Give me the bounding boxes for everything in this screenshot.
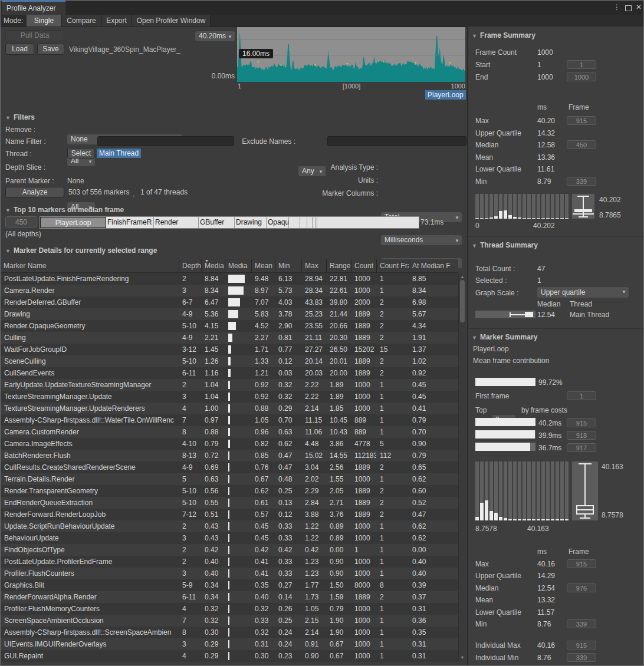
table-row[interactable]: Profiler.FlushCounters30.400.410.331.230… [1,568,458,579]
table-row[interactable]: CullResults.CreateSharedRendererScene4-9… [1,461,458,473]
scroll-down-icon[interactable]: ▼ [459,655,466,660]
column-header-mean[interactable]: Mean [251,259,275,272]
table-row[interactable]: UIEvents.IMGUIRenderOverlays30.290.310.2… [1,638,458,650]
selected-marker-chip[interactable]: PlayerLoop [425,90,466,100]
frame-number-chip[interactable]: 915 [567,116,596,125]
frame-number-chip[interactable]: 917 [567,443,596,452]
foldout-icon[interactable]: ▼ [472,243,477,249]
load-button[interactable]: Load [5,44,34,55]
table-row[interactable]: RenderForwardAlpha.Render6-110.340.400.1… [1,591,458,603]
table-row[interactable]: Camera.Render38.348.975.7328.3422.611000… [1,285,458,296]
top10-segment[interactable]: PlayerLoop [40,217,106,228]
thread-select-button[interactable]: Select [67,148,95,159]
scroll-up-icon[interactable]: ▲ [459,275,466,279]
marker-details-header[interactable]: ▼Marker Details for currently selected r… [5,246,157,255]
scrollbar-thumb[interactable] [460,280,465,322]
table-row[interactable]: Profiler.FlushMemoryCounters40.320.320.2… [1,603,458,615]
column-header-min[interactable]: Min [275,259,301,272]
top10-segment[interactable]: Opaqu [267,217,289,228]
top10-segment[interactable] [289,217,300,228]
table-row[interactable]: PostLateUpdate.ProfilerEndFrame20.400.41… [1,556,458,568]
foldout-icon[interactable]: ▼ [5,115,11,121]
frame-number-chip[interactable]: 915 [567,418,596,427]
foldout-icon[interactable]: ▼ [5,207,11,213]
table-row[interactable]: WaitForJobGroupID3-121.451.710.7727.2726… [1,344,458,355]
table-row[interactable]: Camera.CustomRender80.880.960.6311.0610.… [1,426,458,438]
foldout-icon[interactable]: ▼ [472,335,477,341]
table-scrollbar[interactable]: ▲ ▼ [458,273,466,661]
frame-number-chip[interactable]: 339 [567,177,596,186]
tab-compare[interactable]: Compare [62,15,101,27]
table-row[interactable]: Render.TransparentGeometry5-100.560.620.… [1,485,458,497]
table-row[interactable]: TextureStreamingManager.Update31.040.920… [1,391,458,403]
column-header-depth[interactable]: Depth [179,259,201,272]
maximize-icon[interactable] [625,5,632,11]
marker-summary-header[interactable]: ▼Marker Summary [472,333,537,341]
table-row[interactable]: Assembly-CSharp-firstpass.dll!::ScreenSp… [1,627,458,638]
top10-segment[interactable] [317,217,419,228]
table-row[interactable]: BehaviourUpdate30.430.450.331.220.891000… [1,532,458,544]
exclude-names-input[interactable] [327,136,466,146]
frame-number-chip[interactable]: 450 [567,140,596,149]
column-header-count[interactable]: Count [351,259,376,272]
column-header-max[interactable]: Max [301,259,326,272]
window-tab[interactable]: Profile Analyzer [2,1,65,15]
chart-scale-dropdown[interactable]: 40.20ms▼ [195,31,235,41]
top10-segment[interactable] [307,217,313,228]
table-row[interactable]: Assembly-CSharp-firstpass.dll!::WaterTil… [1,414,458,426]
top10-segment[interactable]: Drawing [235,217,267,228]
table-row[interactable]: TextureStreamingManager.UpdateRenderers4… [1,403,458,414]
column-header-marker-name[interactable]: Marker Name [1,259,179,272]
table-row[interactable]: Drawing4-95.365.833.7825.2321.44188925.6… [1,308,458,320]
median-frame-chip[interactable]: 450 [5,216,37,228]
table-row[interactable]: BatchRenderer.Flush8-130.720.850.4715.02… [1,450,458,461]
top10-segment[interactable] [300,217,307,228]
table-row[interactable]: Culling4-92.212.270.8121.1120.30188921.9… [1,332,458,344]
graph-scale-dropdown[interactable]: Upper quartile▼ [537,287,629,298]
top10-segment[interactable]: GBuffer [199,217,235,228]
open-profiler-window-button[interactable]: Open Profiler Window [132,15,211,27]
name-filter-input[interactable] [97,136,234,146]
frame-number-chip[interactable]: 1000 [567,72,596,81]
save-button[interactable]: Save [37,44,64,55]
table-row[interactable]: FindObjectsOfType20.420.420.420.420.0011… [1,544,458,556]
top10-segment[interactable]: FinishFrameR [106,217,154,228]
table-row[interactable]: EarlyUpdate.UpdateTextureStreamingManage… [1,379,458,391]
table-row[interactable]: RenderDeferred.GBuffer6-76.477.074.0343.… [1,296,458,308]
top10-segment[interactable]: Render [154,217,199,228]
tab-export[interactable]: Export [101,15,132,27]
table-row[interactable]: GUI.Repaint40.290.300.230.900.67100010.3… [1,650,458,662]
thread-summary-header[interactable]: ▼Thread Summary [472,241,538,249]
frame-number-chip[interactable]: 1 [567,60,596,69]
close-icon[interactable]: ✕ [634,2,643,12]
frame-time-chart[interactable]: 16.00ms [237,27,465,82]
column-header-range[interactable]: Range [326,259,351,272]
table-row[interactable]: EndRenderQueueExtraction5-100.550.610.13… [1,497,458,509]
frame-number-chip[interactable]: 918 [567,431,596,440]
table-row[interactable]: SceneCulling5-101.261.330.1220.1420.0118… [1,355,458,367]
table-row[interactable]: Graphics.Blit5-90.340.350.271.771.508000… [1,579,458,591]
frame-number-chip[interactable]: 339 [567,653,596,662]
tab-single[interactable]: Single [27,15,62,27]
table-row[interactable]: Render.OpaqueGeometry5-104.154.522.9023.… [1,320,458,332]
column-header-count-fra[interactable]: Count Fra [376,259,409,272]
table-row[interactable]: CullSendEvents6-111.161.210.0320.0320.00… [1,367,458,379]
column-header-at-median-f[interactable]: At Median F [409,259,458,272]
top10-header[interactable]: ▼Top 10 markers on median frame [5,206,124,214]
foldout-icon[interactable]: ▼ [472,33,477,39]
kebab-menu-icon[interactable]: ⋮ [612,2,622,12]
pull-data-button[interactable]: Pull Data [5,30,64,41]
table-row[interactable]: Camera.ImageEffects4-100.790.820.624.483… [1,438,458,450]
frame-number-chip[interactable]: 915 [567,559,596,568]
table-row[interactable]: Terrain.Details.Render50.630.670.482.021… [1,473,458,485]
thread-range-bar[interactable] [475,311,535,318]
table-row[interactable]: ScreenSpaceAmbientOcclusion70.320.330.25… [1,615,458,627]
table-row[interactable]: RenderForward.RenderLoopJob7-120.510.570… [1,509,458,520]
first-frame-chip[interactable]: 1 [567,391,596,400]
analyze-button[interactable]: Analyze [5,187,64,197]
column-header-media[interactable]: Media▼ [201,259,225,272]
frame-number-chip[interactable]: 976 [567,583,596,592]
units-dropdown[interactable]: Milliseconds▼ [381,235,462,245]
frame-number-chip[interactable]: 339 [567,619,596,628]
column-header-media[interactable]: Media [225,259,251,272]
